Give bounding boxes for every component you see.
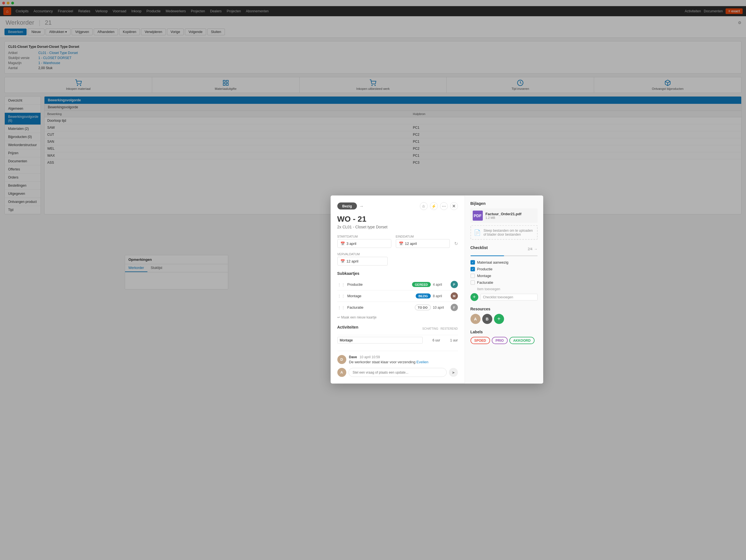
card-topbar-actions: ☆ ⚡ ⋯ ✕ — [420, 202, 458, 210]
wo-subtitle: 2x CL01 - Closet type Dorset — [337, 224, 458, 229]
resource-avatar-2[interactable]: B — [482, 314, 492, 324]
startdatum-label: Startdatum — [337, 234, 391, 238]
checkbox-4[interactable] — [470, 280, 475, 285]
subcard-productie[interactable]: ⋮⋮ Productie GEREED 4 april P — [337, 279, 458, 290]
comment-header-1: Dave 10 april 10:59 — [349, 355, 458, 359]
checklist-item-4: Facturatie — [470, 279, 538, 286]
comment-section: D Dave 10 april 10:59 De werkorder staat… — [337, 351, 458, 377]
resources-row: A B + — [470, 314, 538, 324]
checklist-item-1: ✓ Materiaal aanwezig — [470, 259, 538, 265]
checklist-title: Checklist — [470, 245, 488, 250]
checklist-new-select[interactable]: Checklist toevoegen — [481, 293, 538, 300]
drag-handle-1: ⋮⋮ — [337, 282, 345, 286]
checklist-text-2: Productie — [477, 267, 493, 271]
subcard-name-2: Montage — [347, 294, 413, 298]
activity-resterend-1: 1 uur — [442, 338, 458, 342]
checkbox-2[interactable]: ✓ — [470, 267, 475, 271]
badge-todo: TO DO — [415, 305, 431, 310]
comment-1: D Dave 10 april 10:59 De werkorder staat… — [337, 355, 458, 364]
status-badge-busy: Bezig — [337, 203, 357, 209]
startdatum-field: Startdatum 📅 3 april — [337, 234, 391, 248]
resource-avatar-1[interactable]: A — [470, 314, 481, 324]
comment-link-evelien[interactable]: Evelien — [417, 360, 429, 364]
checklist-arrow-icon[interactable]: → — [534, 247, 538, 251]
avatar-2: M — [451, 292, 458, 300]
bijlagen-title: Bijlagen — [470, 201, 538, 205]
activity-select-1[interactable]: Montage — [337, 337, 423, 343]
activities-section: Activiteiten SCHATTING RESTEREND Montage… — [337, 325, 458, 345]
resources-title: Resources — [470, 306, 538, 311]
checklist-add-item[interactable]: Item toevoegen — [470, 287, 538, 291]
einddatum-value: 12 april — [405, 241, 417, 246]
progress-bar — [470, 255, 504, 256]
avatar-1: P — [451, 281, 458, 288]
card-modal: Bezig → ☆ ⚡ ⋯ ✕ WO - 21 2x CL01 - Closet… — [331, 195, 543, 384]
comment-input[interactable] — [348, 368, 447, 377]
add-resource-button[interactable]: + — [494, 314, 504, 324]
checklist-item-3: Montage — [470, 272, 538, 279]
card-sidebar: Bijlagen PDF Factuur_Order21.pdf 1.2 MB … — [465, 195, 543, 384]
comment-content-1: Dave 10 april 10:59 De werkorder staat k… — [349, 355, 458, 364]
vervaldatum-row: Vervaldatum 📅 12 april — [337, 252, 458, 265]
comment-send-button[interactable]: ➤ — [449, 368, 458, 377]
comment-input-row: A ➤ — [337, 368, 458, 377]
add-checklist-button[interactable]: + — [470, 293, 478, 301]
vervaldatum-label: Vervaldatum — [337, 252, 458, 255]
einddatum-input[interactable]: 📅 12 april — [396, 239, 450, 248]
vervaldatum-input[interactable]: 📅 12 april — [337, 257, 388, 265]
checklist-text-1: Materiaal aanwezig — [477, 260, 509, 264]
new-card-link[interactable]: ↩ Maak een nieuw kaartje — [337, 315, 458, 319]
activities-col-labels: SCHATTING RESTEREND — [422, 327, 458, 330]
comment-author-1: Dave — [349, 355, 357, 359]
upload-icon: 📄 — [474, 229, 481, 236]
redirect-icon: ↩ — [337, 315, 340, 319]
checkbox-3[interactable] — [470, 274, 475, 278]
checklist-section: Checklist 2/4 → ✓ Materiaal aanwezig ✓ P… — [470, 245, 538, 301]
labels-row: SPOED PRIO AKKOORD — [470, 337, 538, 344]
subcard-montage[interactable]: ⋮⋮ Montage BEZIG 8 april M — [337, 290, 458, 302]
labels-title: Labels — [470, 329, 538, 334]
dates-row: Startdatum 📅 3 april Einddatum 📅 12 apri… — [337, 234, 458, 248]
drag-handle-2: ⋮⋮ — [337, 293, 345, 298]
label-spoed[interactable]: SPOED — [470, 337, 490, 344]
labels-section: Labels SPOED PRIO AKKOORD — [470, 329, 538, 344]
badge-bezig: BEZIG — [415, 293, 431, 298]
attachment-name: Factuur_Order21.pdf — [486, 212, 535, 216]
activity-row-1: Montage 6 uur 1 uur — [337, 335, 458, 345]
startdatum-input[interactable]: 📅 3 april — [337, 239, 391, 248]
sync-icon[interactable]: ↻ — [454, 241, 458, 248]
label-prio[interactable]: PRIO — [492, 337, 508, 344]
calendar-icon-start: 📅 — [340, 241, 345, 246]
col-resterend: RESTEREND — [440, 327, 458, 330]
calendar-icon-verval: 📅 — [340, 259, 345, 263]
attachment-1[interactable]: PDF Factuur_Order21.pdf 1.2 MB — [470, 208, 538, 223]
label-akkoord[interactable]: AKKOORD — [509, 337, 535, 344]
pdf-icon: PDF — [473, 211, 483, 221]
checkbox-1[interactable]: ✓ — [470, 260, 475, 264]
status-arrow-icon[interactable]: → — [359, 203, 364, 208]
more-options-icon[interactable]: ⋯ — [440, 202, 448, 210]
calendar-icon-end: 📅 — [399, 241, 403, 246]
subcard-date-2: 8 april — [433, 294, 449, 298]
bijlagen-section: Bijlagen PDF Factuur_Order21.pdf 1.2 MB … — [470, 201, 538, 240]
card-main-area: Bezig → ☆ ⚡ ⋯ ✕ WO - 21 2x CL01 - Closet… — [331, 195, 465, 384]
checklist-text-4: Facturatie — [477, 280, 493, 285]
star-icon[interactable]: ☆ — [420, 202, 428, 210]
subkaartjes-title: Subkaartjes — [337, 271, 458, 275]
avatar-3: F — [451, 304, 458, 311]
comment-text-1: De werkorder staat klaar voor verzending… — [349, 360, 458, 364]
lightning-icon[interactable]: ⚡ — [430, 202, 438, 210]
card-topbar: Bezig → ☆ ⚡ ⋯ ✕ — [337, 202, 458, 210]
attachment-info: Factuur_Order21.pdf 1.2 MB — [486, 212, 535, 219]
subcards-list: ⋮⋮ Productie GEREED 4 april P ⋮⋮ Montage… — [337, 279, 458, 313]
comment-input-avatar: A — [337, 368, 346, 377]
wo-title: WO - 21 — [337, 214, 458, 223]
overlay-backdrop[interactable]: Bezig → ☆ ⚡ ⋯ ✕ WO - 21 2x CL01 - Closet… — [0, 0, 746, 560]
checklist-text-3: Montage — [477, 274, 491, 278]
subcard-name-3: Facturatie — [347, 305, 412, 310]
drop-zone[interactable]: 📄 Sleep bestanden om te uploaden of blad… — [470, 225, 538, 240]
subcard-date-3: 10 april — [433, 305, 449, 309]
close-icon[interactable]: ✕ — [450, 202, 458, 210]
subcard-facturatie[interactable]: ⋮⋮ Facturatie TO DO 10 april F — [337, 302, 458, 313]
einddatum-field: Einddatum 📅 12 april — [396, 234, 450, 248]
